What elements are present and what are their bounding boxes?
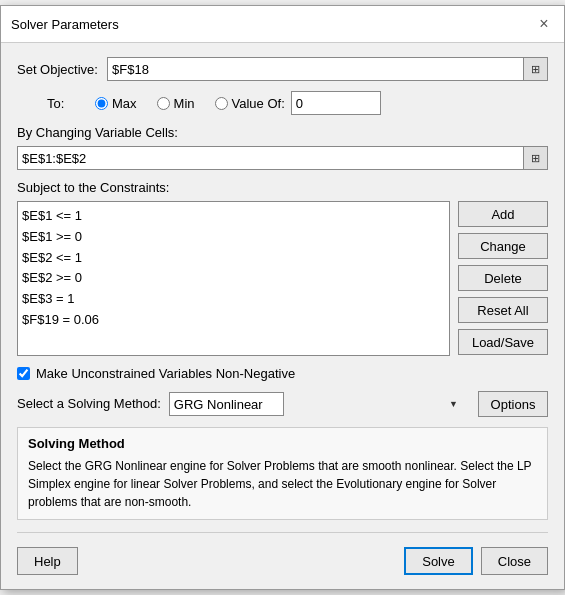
solving-method-label: Select a Solving Method: xyxy=(17,395,161,413)
footer-divider xyxy=(17,532,548,533)
solving-info-text: Select the GRG Nonlinear engine for Solv… xyxy=(28,457,537,511)
constraints-content: $E$1 <= 1 $E$1 >= 0 $E$2 <= 1 $E$2 >= 0 … xyxy=(22,206,445,331)
changing-cells-input-group: ⊞ xyxy=(17,146,548,170)
reset-all-button[interactable]: Reset All xyxy=(458,297,548,323)
max-label: Max xyxy=(112,96,137,111)
value-of-group: Value Of: xyxy=(215,91,381,115)
delete-label: Delete xyxy=(484,271,522,286)
footer-left: Help xyxy=(17,547,78,575)
footer-buttons: Help Solve Close xyxy=(17,543,548,575)
min-radio[interactable] xyxy=(157,97,170,110)
constraints-area: $E$1 <= 1 $E$1 >= 0 $E$2 <= 1 $E$2 >= 0 … xyxy=(17,201,548,356)
constraints-buttons: Add Change Delete Reset All Load/Save xyxy=(458,201,548,356)
objective-cell-ref-button[interactable]: ⊞ xyxy=(524,57,548,81)
load-save-label: Load/Save xyxy=(472,335,534,350)
value-of-radio[interactable] xyxy=(215,97,228,110)
close-dialog-label: Close xyxy=(498,554,531,569)
unconstrained-checkbox[interactable] xyxy=(17,367,30,380)
close-dialog-button[interactable]: Close xyxy=(481,547,548,575)
value-of-radio-label[interactable]: Value Of: xyxy=(215,96,285,111)
reset-all-label: Reset All xyxy=(477,303,528,318)
solving-method-row: Select a Solving Method: GRG Nonlinear S… xyxy=(17,391,548,417)
add-label: Add xyxy=(491,207,514,222)
value-of-input[interactable] xyxy=(291,91,381,115)
delete-button[interactable]: Delete xyxy=(458,265,548,291)
solving-info-box: Solving Method Select the GRG Nonlinear … xyxy=(17,427,548,520)
min-radio-label[interactable]: Min xyxy=(157,96,195,111)
options-button[interactable]: Options xyxy=(478,391,548,417)
solving-info-title: Solving Method xyxy=(28,436,537,451)
add-button[interactable]: Add xyxy=(458,201,548,227)
objective-input-group: ⊞ xyxy=(107,57,548,81)
constraints-label: Subject to the Constraints: xyxy=(17,180,548,195)
dialog-body: Set Objective: ⊞ To: Max Min Value Of: xyxy=(1,43,564,589)
to-group: To: Max Min Value Of: xyxy=(17,91,548,115)
method-select[interactable]: GRG Nonlinear Simplex LP Evolutionary xyxy=(169,392,284,416)
objective-input[interactable] xyxy=(107,57,524,81)
load-save-button[interactable]: Load/Save xyxy=(458,329,548,355)
changing-cells-row: ⊞ xyxy=(17,146,548,170)
solve-button[interactable]: Solve xyxy=(404,547,473,575)
solver-parameters-dialog: Solver Parameters × Set Objective: ⊞ To:… xyxy=(0,5,565,590)
objective-row: Set Objective: ⊞ xyxy=(17,57,548,81)
unconstrained-row: Make Unconstrained Variables Non-Negativ… xyxy=(17,366,548,381)
max-radio-label[interactable]: Max xyxy=(95,96,137,111)
help-label: Help xyxy=(34,554,61,569)
solve-label: Solve xyxy=(422,554,455,569)
close-button[interactable]: × xyxy=(534,14,554,34)
changing-cells-ref-button[interactable]: ⊞ xyxy=(524,146,548,170)
objective-label: Set Objective: xyxy=(17,62,107,77)
to-label: To: xyxy=(47,96,75,111)
value-of-label: Value Of: xyxy=(232,96,285,111)
footer-right: Solve Close xyxy=(404,547,548,575)
help-button[interactable]: Help xyxy=(17,547,78,575)
max-radio[interactable] xyxy=(95,97,108,110)
min-label: Min xyxy=(174,96,195,111)
changing-cells-label: By Changing Variable Cells: xyxy=(17,125,548,140)
title-bar: Solver Parameters × xyxy=(1,6,564,43)
constraints-list[interactable]: $E$1 <= 1 $E$1 >= 0 $E$2 <= 1 $E$2 >= 0 … xyxy=(17,201,450,356)
method-select-wrapper: GRG Nonlinear Simplex LP Evolutionary xyxy=(169,392,462,416)
dialog-title: Solver Parameters xyxy=(11,17,119,32)
changing-cells-input[interactable] xyxy=(17,146,524,170)
change-button[interactable]: Change xyxy=(458,233,548,259)
unconstrained-label[interactable]: Make Unconstrained Variables Non-Negativ… xyxy=(36,366,295,381)
change-label: Change xyxy=(480,239,526,254)
